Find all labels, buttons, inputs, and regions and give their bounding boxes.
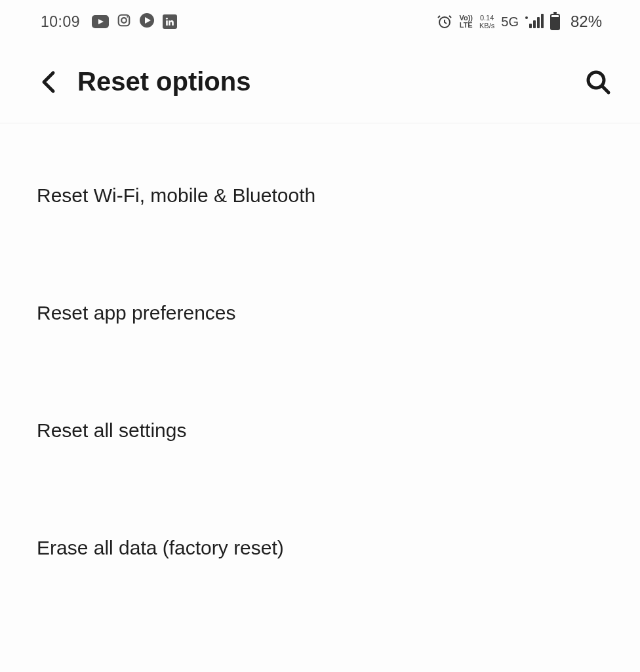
svg-line-10 [602, 86, 609, 93]
network-speed: 0.14 KB/s [479, 14, 494, 30]
search-button[interactable] [584, 68, 612, 96]
alarm-icon [437, 14, 452, 30]
page-title: Reset options [77, 67, 584, 96]
chevron-left-icon [41, 70, 56, 94]
option-factory-reset[interactable]: Erase all data (factory reset) [37, 488, 603, 560]
instagram-icon [117, 13, 131, 30]
volte-indicator: Vo)) LTE [459, 14, 473, 29]
battery-percentage: 82% [570, 12, 602, 31]
option-label: Reset all settings [37, 417, 603, 488]
play-icon [139, 12, 155, 31]
svg-point-7 [166, 18, 168, 20]
status-bar: 10:09 Vo)) LTE 0.14 KB/s 5G [0, 0, 640, 37]
signal-icon [525, 15, 544, 28]
search-icon [585, 69, 611, 95]
status-left: 10:09 [41, 12, 177, 31]
option-reset-all-settings[interactable]: Reset all settings [37, 370, 603, 488]
option-reset-network[interactable]: Reset Wi-Fi, mobile & Bluetooth [37, 123, 603, 253]
svg-point-2 [121, 18, 127, 23]
page-header: Reset options [0, 37, 640, 123]
svg-point-3 [127, 16, 128, 18]
svg-marker-0 [98, 19, 104, 24]
youtube-icon [92, 15, 109, 28]
status-right: Vo)) LTE 0.14 KB/s 5G 82% [437, 12, 602, 31]
options-list: Reset Wi-Fi, mobile & Bluetooth Reset ap… [0, 123, 640, 560]
svg-rect-6 [166, 20, 168, 26]
network-type: 5G [501, 14, 519, 30]
option-label: Reset Wi-Fi, mobile & Bluetooth [37, 182, 603, 253]
battery-icon [550, 14, 560, 30]
option-label: Reset app preferences [37, 300, 603, 370]
linkedin-icon [163, 14, 177, 29]
back-button[interactable] [35, 69, 62, 95]
option-reset-app-prefs[interactable]: Reset app preferences [37, 253, 603, 370]
status-time: 10:09 [41, 13, 80, 31]
option-label: Erase all data (factory reset) [37, 535, 603, 560]
